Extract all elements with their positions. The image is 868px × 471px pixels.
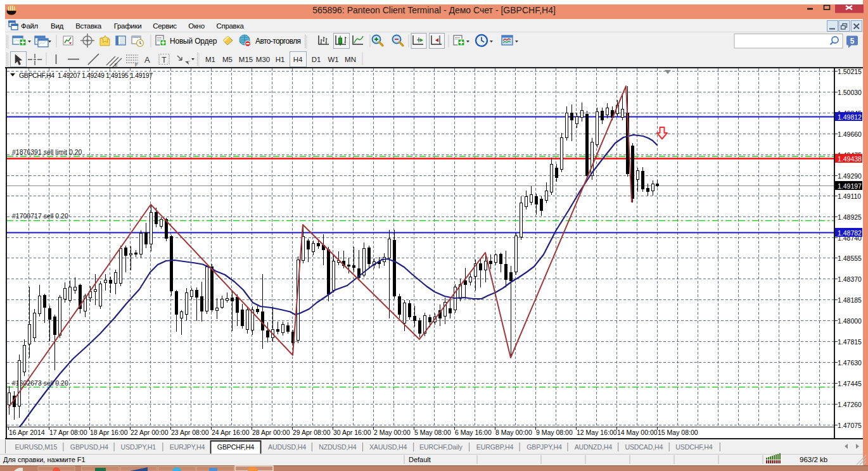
svg-text:18 Apr 16:00: 18 Apr 16:00 xyxy=(90,429,128,436)
svg-text:1.48555: 1.48555 xyxy=(838,254,862,262)
svg-text:1.49110: 1.49110 xyxy=(838,192,861,200)
svg-text:Новый Ордер: Новый Ордер xyxy=(170,37,217,46)
svg-text:F: F xyxy=(135,63,137,67)
svg-text:GBPCHF,H4: GBPCHF,H4 xyxy=(217,443,254,451)
svg-text:17 Apr 08:00: 17 Apr 08:00 xyxy=(49,429,87,436)
svg-text:EURCHF,Daily: EURCHF,Daily xyxy=(419,443,463,451)
svg-text:2 May 00:00: 2 May 00:00 xyxy=(374,429,411,436)
svg-text:9 May 08:00: 9 May 08:00 xyxy=(536,429,573,436)
svg-text:1.49812: 1.49812 xyxy=(838,113,862,121)
svg-text:USDCHF,H4: USDCHF,H4 xyxy=(675,443,712,451)
svg-text:Для справки, нажмите F1: Для справки, нажмите F1 xyxy=(3,456,86,463)
svg-text:M30: M30 xyxy=(256,56,270,63)
svg-text:XAUUSD,H4: XAUUSD,H4 xyxy=(369,443,407,451)
svg-text:5: 5 xyxy=(850,37,855,46)
svg-text:A: A xyxy=(144,55,150,65)
svg-text:6 May 16:00: 6 May 16:00 xyxy=(455,429,492,436)
svg-text:1.47445: 1.47445 xyxy=(838,380,862,387)
svg-text:D1: D1 xyxy=(312,56,321,63)
svg-text:28 Apr 00:00: 28 Apr 00:00 xyxy=(252,429,290,436)
svg-text:12 May 16:00: 12 May 16:00 xyxy=(577,429,617,436)
svg-text:NZDUSD,H4: NZDUSD,H4 xyxy=(319,443,357,451)
svg-text:E: E xyxy=(115,63,118,67)
svg-text:Вставка: Вставка xyxy=(75,22,102,30)
svg-text:GBPCHF,H4 1.49207 1.49249 1.4: GBPCHF,H4 1.49207 1.49249 1.49195 1.4919… xyxy=(19,72,153,79)
svg-text:Default: Default xyxy=(409,456,431,463)
svg-text:GBPJPY,H4: GBPJPY,H4 xyxy=(527,443,562,451)
svg-text:USDJPY,H1: USDJPY,H1 xyxy=(121,443,156,451)
svg-text:MN: MN xyxy=(345,56,356,63)
svg-text:1.50215: 1.50215 xyxy=(838,68,862,75)
svg-text:EURGBP,H4: EURGBP,H4 xyxy=(476,443,514,451)
svg-text:14 May 00:00: 14 May 00:00 xyxy=(617,429,658,436)
svg-text:15 May 08:00: 15 May 08:00 xyxy=(658,429,698,436)
svg-text:1.49197: 1.49197 xyxy=(838,182,862,190)
svg-text:EURJPY,H4: EURJPY,H4 xyxy=(170,443,205,451)
svg-text:565896: Panteon Client Termina: 565896: Panteon Client Terminal - Демо С… xyxy=(312,5,556,15)
svg-text:1.48925: 1.48925 xyxy=(838,213,862,221)
svg-text:Графики: Графики xyxy=(114,22,142,30)
svg-text:29 Apr 08:00: 29 Apr 08:00 xyxy=(293,429,331,436)
svg-text:1.48000: 1.48000 xyxy=(838,317,862,325)
svg-text:22 Apr 00:00: 22 Apr 00:00 xyxy=(131,429,169,436)
svg-text:Авто-торговля: Авто-торговля xyxy=(255,37,301,46)
svg-text:EURUSD,M15: EURUSD,M15 xyxy=(15,443,58,451)
svg-text:Файл: Файл xyxy=(21,22,38,30)
svg-text:1.47260: 1.47260 xyxy=(838,401,862,408)
svg-text:H4: H4 xyxy=(293,56,303,63)
svg-text:5 May 08:00: 5 May 08:00 xyxy=(414,429,451,436)
svg-text:GBPUSD,H4: GBPUSD,H4 xyxy=(70,443,108,451)
svg-text:1.47630: 1.47630 xyxy=(838,359,862,367)
svg-text:24 Apr 16:00: 24 Apr 16:00 xyxy=(212,429,250,436)
svg-text:#1700717 sell 0.20: #1700717 sell 0.20 xyxy=(12,212,68,220)
svg-text:T: T xyxy=(162,56,167,65)
svg-text:23 Apr 08:00: 23 Apr 08:00 xyxy=(171,429,209,436)
svg-text:1.48782: 1.48782 xyxy=(838,229,862,237)
svg-text:W1: W1 xyxy=(328,56,338,63)
svg-text:Вид: Вид xyxy=(51,22,63,30)
svg-text:M5: M5 xyxy=(222,56,233,63)
svg-text:H1: H1 xyxy=(276,56,285,63)
svg-text:1.49660: 1.49660 xyxy=(838,130,862,138)
svg-text:#1876391 sell limit 0.20: #1876391 sell limit 0.20 xyxy=(12,148,82,156)
svg-text:1.47815: 1.47815 xyxy=(838,338,862,346)
svg-text:AUDUSD,H4: AUDUSD,H4 xyxy=(268,443,306,451)
svg-text:Сервис: Сервис xyxy=(153,22,177,30)
svg-text:1.50030: 1.50030 xyxy=(838,89,862,96)
svg-text:16 Apr 2014: 16 Apr 2014 xyxy=(9,429,45,436)
svg-text:M1: M1 xyxy=(205,56,215,63)
svg-text:1.48185: 1.48185 xyxy=(838,296,862,304)
svg-text:963/2 kb: 963/2 kb xyxy=(800,456,827,463)
svg-text:Справка: Справка xyxy=(216,22,244,30)
svg-text:M15: M15 xyxy=(239,56,253,63)
svg-text:1.48370: 1.48370 xyxy=(838,275,862,283)
svg-text:30 Apr 16:00: 30 Apr 16:00 xyxy=(333,429,371,436)
svg-text:USDCAD,H4: USDCAD,H4 xyxy=(625,443,663,451)
svg-text:1.49438: 1.49438 xyxy=(838,155,862,163)
svg-text:1.49290: 1.49290 xyxy=(838,172,862,180)
svg-text:Окно: Окно xyxy=(188,22,205,30)
svg-text:8 May 00:00: 8 May 00:00 xyxy=(495,429,532,436)
svg-text:1.47075: 1.47075 xyxy=(838,422,862,429)
svg-text:AUDNZD,H4: AUDNZD,H4 xyxy=(575,443,613,451)
